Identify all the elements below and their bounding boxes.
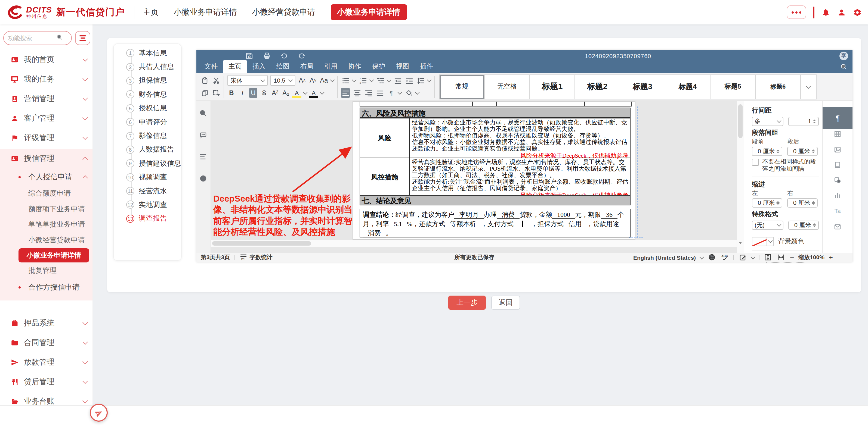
style-标题1[interactable]: 标题1 — [530, 75, 575, 99]
globe-icon[interactable] — [708, 253, 716, 263]
bold-button[interactable]: B — [227, 88, 236, 98]
sidebar-item-7[interactable]: 合同管理 — [0, 333, 92, 352]
edit-mode-caret[interactable] — [751, 255, 755, 259]
sidebar-subitem-1[interactable]: 额度项下业务申请 — [0, 201, 92, 217]
sidebar-submenu-sibling[interactable]: 合作方授信申请 — [0, 278, 92, 296]
step-10[interactable]: 10视频调查 — [120, 170, 181, 184]
user-icon[interactable] — [837, 8, 846, 16]
top-nav-item-2[interactable]: 小微经营贷款申请 — [252, 7, 315, 18]
conclusion-blank[interactable]: 消费 — [497, 211, 520, 219]
save-icon[interactable] — [245, 51, 253, 61]
before-spinner[interactable]: 0 厘米 — [752, 146, 782, 156]
align-justify-icon[interactable] — [375, 88, 384, 98]
top-nav-item-3[interactable]: 小微业务申请详情 — [331, 4, 407, 20]
align-center-icon[interactable] — [352, 88, 361, 98]
change-case-button[interactable]: Aa — [320, 75, 328, 85]
conclusion-blank[interactable]: 信用 — [564, 220, 586, 228]
send-fab[interactable] — [90, 404, 108, 422]
sidebar-item-2[interactable]: 营销管理 — [0, 89, 92, 109]
style-gallery-more[interactable] — [801, 75, 816, 99]
word-count-icon[interactable]: 123 — [239, 253, 248, 263]
avatar[interactable]: 李 — [839, 51, 848, 60]
paragraph-panel-icon[interactable]: ¶ — [823, 107, 852, 129]
info-icon[interactable] — [199, 174, 208, 183]
sidebar-subitem-0[interactable]: 综合额度申请 — [0, 186, 92, 201]
indent-icon[interactable] — [405, 75, 413, 85]
select-icon[interactable] — [212, 88, 220, 98]
paste-icon[interactable] — [200, 75, 209, 85]
shrink-font-button[interactable]: A˅ — [309, 75, 317, 85]
vertical-scrollbar[interactable] — [737, 101, 744, 253]
zoom-out-button[interactable]: − — [790, 253, 794, 262]
numbered-list-icon[interactable]: 12 — [359, 75, 367, 85]
after-spinner[interactable]: 0 厘米 — [787, 146, 818, 156]
sidebar-submenu-parent[interactable]: 个人授信申请 — [0, 168, 92, 186]
conclusion-box[interactable]: 调查结论：经调查，建议为客户李明月办理消费贷款，金额1000元，期限36个月，利… — [360, 209, 630, 237]
v-scroll-thumb[interactable] — [738, 104, 743, 138]
strikethrough-button[interactable]: S — [260, 88, 268, 98]
comments-icon[interactable]: circle{fill:#6b6f75} — [199, 130, 208, 140]
language-caret[interactable] — [700, 255, 704, 259]
superscript-button[interactable]: A² — [271, 88, 279, 98]
editor-tab-8[interactable]: 视图 — [391, 60, 414, 73]
bullet-list-icon[interactable]: circle{fill:#5d636b} — [341, 75, 350, 85]
step-7[interactable]: 7影像信息 — [120, 129, 181, 143]
editor-tab-1[interactable]: 主页 — [223, 60, 247, 73]
cut-icon[interactable] — [212, 75, 220, 85]
align-right-icon[interactable] — [364, 88, 373, 98]
step-1[interactable]: 1基本信息 — [120, 46, 181, 60]
style-标题2[interactable]: 标题2 — [575, 75, 620, 99]
checkbox[interactable] — [752, 159, 759, 166]
zoom-in-button[interactable]: + — [829, 253, 833, 262]
menu-collapse-button[interactable] — [75, 31, 90, 45]
sidebar-subitem-5[interactable]: 批复管理 — [0, 263, 92, 278]
table-panel-icon[interactable] — [823, 126, 852, 142]
fit-page-icon[interactable] — [764, 253, 773, 263]
step-6[interactable]: 6申请评分 — [120, 115, 181, 129]
sidebar-item-8[interactable]: 放款管理 — [0, 352, 92, 372]
underline-button[interactable]: U — [249, 88, 257, 98]
shapes-panel-icon[interactable] — [823, 173, 852, 188]
navigation-icon[interactable] — [199, 152, 208, 162]
page-panel-icon[interactable] — [823, 157, 852, 173]
editor-tab-3[interactable]: 绘图 — [271, 60, 295, 73]
sidebar-item-4[interactable]: 评级管理 — [0, 128, 92, 148]
line-spacing-select[interactable]: 多 — [752, 116, 783, 126]
sidebar-item-5[interactable]: 授信管理 — [0, 149, 92, 168]
conclusion-blank[interactable]: 等额本析 — [445, 220, 481, 228]
sidebar-item-1[interactable]: 我的任务 — [0, 70, 92, 89]
paragraph-mark-icon[interactable]: ¶ — [387, 88, 396, 98]
style-标题5[interactable]: 标题5 — [711, 75, 756, 99]
spellcheck-icon[interactable]: ABC — [720, 253, 729, 263]
sidebar-item-6[interactable]: 押品系统 — [0, 313, 92, 333]
conclusion-blank[interactable]: 消费 — [363, 230, 386, 238]
indent-right-spinner[interactable]: 0 厘米 — [787, 198, 818, 207]
image-panel-icon[interactable] — [823, 142, 852, 157]
search-input[interactable] — [3, 31, 72, 45]
conclusion-blank[interactable]: 李明月 — [454, 211, 484, 219]
style-标题6[interactable]: 标题6 — [756, 75, 801, 99]
highlight-color-button[interactable]: A — [293, 88, 301, 98]
editor-tab-0[interactable]: 文件 — [199, 60, 223, 73]
line-spacing-icon[interactable] — [416, 75, 425, 85]
editor-tab-9[interactable]: 插件 — [414, 60, 438, 73]
more-dots-icon[interactable] — [786, 5, 806, 19]
h-scroll-thumb[interactable] — [212, 241, 311, 246]
italic-button[interactable]: I — [238, 88, 246, 98]
top-nav-item-1[interactable]: 小微业务申请详情 — [174, 7, 237, 18]
style-标题4[interactable]: 标题4 — [665, 75, 711, 99]
step-11[interactable]: 11经营流水 — [120, 184, 181, 198]
sidebar-item-9[interactable]: 贷后管理 — [0, 372, 92, 391]
indent-left-spinner[interactable]: 0 厘米 — [752, 198, 782, 207]
bell-icon[interactable] — [821, 8, 830, 16]
font-size-select[interactable]: 10.5 — [270, 75, 296, 86]
editor-tab-2[interactable]: 插入 — [247, 60, 271, 73]
step-3[interactable]: 3担保信息 — [120, 74, 181, 88]
editor-tab-5[interactable]: 引用 — [319, 60, 343, 73]
step-8[interactable]: 8大数据报告 — [120, 143, 181, 157]
sidebar-item-0[interactable]: 我的首页 — [0, 50, 92, 70]
sidebar-item-3[interactable]: 客户管理 — [0, 109, 92, 128]
editor-tab-7[interactable]: 保护 — [367, 60, 391, 73]
sidebar-subitem-3[interactable]: 小微经营贷款申请 — [0, 232, 92, 248]
font-name-select[interactable]: 宋体 — [227, 75, 268, 86]
